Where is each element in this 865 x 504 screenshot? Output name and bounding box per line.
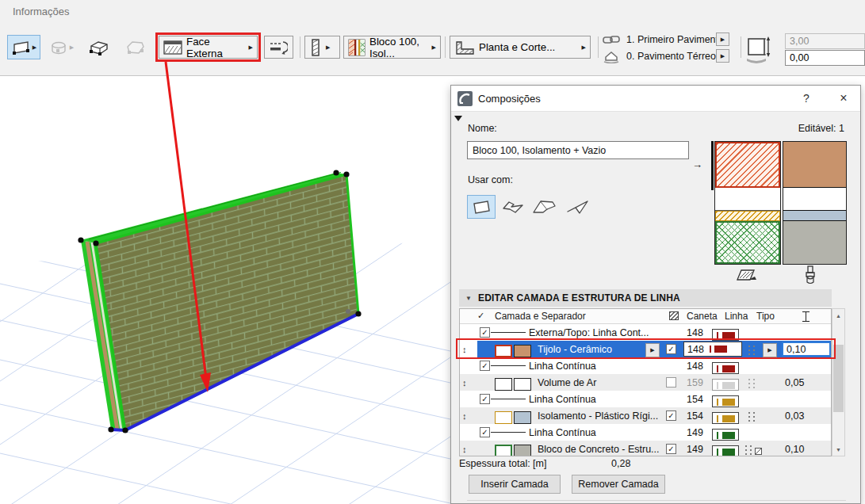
pen-number: 149 (687, 424, 703, 441)
pen-color-swatch[interactable] (712, 429, 739, 441)
surface-swatch[interactable] (514, 378, 531, 391)
table-row-separator[interactable]: ✓ Linha Contínua 154 (460, 391, 831, 407)
pen-color-swatch[interactable] (712, 395, 739, 407)
layer-header: Camada e Separador (495, 311, 586, 322)
thickness-value: 0,03 (785, 407, 804, 424)
top-link-menu-button[interactable]: ▶ (716, 32, 729, 46)
pen-color-swatch (709, 343, 729, 355)
table-row-layer-volume-ar[interactable]: ↕ Volume de Ar 159 0,05 (460, 374, 831, 391)
surface-swatch[interactable] (514, 345, 531, 357)
flyout-arrow-icon[interactable]: ▶ (33, 44, 36, 50)
layer-name: Tijolo - Cerâmico (538, 341, 612, 357)
use-with-slab-button[interactable] (499, 195, 527, 219)
geometry-trapezoid-wall-button[interactable] (82, 35, 116, 59)
wall-height-icon (745, 35, 775, 65)
dialog-titlebar[interactable]: Composições ? × (451, 86, 860, 112)
visibility-checkbox[interactable]: ✓ (480, 394, 490, 404)
table-row-layer-isolamento[interactable]: ↕ Isolamento - Plástico Rígi... ✓ 154 0,… (460, 407, 831, 424)
fill-checkbox[interactable] (666, 377, 676, 388)
drag-handle-icon[interactable]: ↕ (462, 341, 467, 357)
wall-base-field[interactable] (785, 50, 865, 66)
layer-menu-button[interactable]: ▶ (645, 343, 660, 357)
composite-button[interactable]: Bloco 100, Isol... ▶ (343, 36, 441, 59)
table-row-separator[interactable]: ✓ Linha Contínua 149 (460, 424, 831, 441)
pen-color-swatch[interactable] (712, 362, 739, 374)
pen-color-swatch[interactable] (712, 379, 739, 391)
use-with-roof-button[interactable] (529, 195, 561, 219)
drag-handle-icon[interactable]: ↕ (462, 374, 467, 391)
surface-brush-icon (803, 265, 817, 285)
scrollbar-thumb[interactable] (833, 345, 844, 412)
shell-icon (566, 199, 590, 215)
fill-checkbox[interactable]: ✓ (666, 344, 676, 354)
fill-checkbox[interactable]: ✓ (666, 410, 676, 421)
use-with-wall-button[interactable] (467, 195, 496, 219)
use-with-shell-button[interactable] (564, 195, 592, 219)
home-story-label: 0. Pavimento Térreo (626, 51, 716, 62)
scroll-down-button[interactable]: ▼ (832, 443, 844, 456)
composite-name-input[interactable] (467, 141, 689, 159)
line-preview (491, 432, 526, 433)
line-type-icon (747, 379, 756, 391)
visibility-checkbox[interactable]: ✓ (480, 327, 490, 338)
visibility-checkbox[interactable]: ✓ (480, 361, 490, 371)
line-preview (491, 365, 526, 366)
visibility-header-icon: ✓ (477, 311, 484, 321)
core-marker (711, 141, 714, 190)
pen-color-swatch[interactable] (712, 329, 739, 341)
geometry-polygon-wall-button[interactable] (119, 35, 152, 59)
surface-swatch[interactable] (514, 411, 531, 424)
flyout-arrow-icon: ▶ (70, 44, 74, 50)
fill-checkbox[interactable]: ✓ (666, 444, 676, 454)
pen-color-swatch[interactable] (712, 412, 739, 424)
cut-fill-swatch[interactable] (495, 378, 512, 391)
drag-handle-icon[interactable]: ↕ (462, 407, 467, 424)
close-button[interactable]: × (834, 91, 853, 105)
cut-fill-swatch[interactable] (495, 411, 512, 424)
thickness-field[interactable]: 0,10 (782, 342, 831, 357)
insert-layer-button[interactable]: Inserir Camada (469, 475, 561, 494)
geometry-curved-wall-button[interactable]: ▶ (44, 35, 78, 59)
table-scrollbar[interactable]: ▲ ▼ (832, 308, 845, 456)
visibility-checkbox[interactable]: ✓ (480, 427, 490, 437)
table-row-separator[interactable]: ✓ Linha Contínua 148 (460, 357, 831, 374)
preview-surface-brick (783, 142, 846, 188)
compositions-dialog: Composições ? × Nome: Editável: 1 Usar c… (450, 85, 861, 504)
type-header: Tipo (756, 311, 775, 322)
preview-fills-column[interactable] (714, 141, 781, 265)
line-type-menu-button[interactable]: ▶ (763, 343, 777, 357)
trapezoid-wall-icon (88, 39, 110, 56)
plan-section-icon (454, 40, 475, 55)
home-story-menu-button[interactable]: ▶ (716, 49, 729, 63)
table-row-layer-bloco-concreto[interactable]: ↕ Bloco de Concreto - Estru... ✓ 149 0,1… (460, 441, 831, 456)
line-type-icon (747, 346, 756, 357)
flyout-arrow-icon: ▶ (650, 347, 654, 353)
preview-surfaces-column[interactable] (783, 141, 847, 265)
preview-fill-insulation (715, 211, 780, 221)
remove-layer-button[interactable]: Remover Camada (572, 475, 665, 494)
cut-fill-swatch[interactable] (495, 345, 512, 357)
wall-icon (471, 199, 492, 215)
link-icon (603, 34, 620, 46)
surface-swatch[interactable] (514, 445, 531, 457)
flyout-arrow-icon: ▶ (432, 44, 436, 50)
layers-table: ✓ Camada e Separador Caneta Linha Tipo ✓… (459, 308, 832, 456)
cut-fill-swatch[interactable] (495, 445, 512, 457)
flip-reference-button[interactable] (264, 36, 293, 59)
pen-number: 148 (687, 357, 703, 374)
help-button[interactable]: ? (798, 92, 814, 105)
wall-structure-button[interactable]: ▶ (304, 36, 340, 59)
edit-layers-section-header[interactable]: ▼ EDITAR CAMADA E ESTRUTURA DE LINHA (459, 289, 832, 307)
name-label: Nome: (468, 123, 497, 134)
pen-field[interactable]: 148 (683, 342, 742, 357)
scroll-up-button[interactable]: ▲ (832, 309, 844, 322)
pen-color-swatch[interactable] (712, 445, 739, 456)
pen-number: 154 (687, 391, 703, 407)
selected-wall[interactable] (78, 170, 361, 433)
geometry-straight-wall-button[interactable]: ▶ (7, 35, 40, 59)
plan-display-button[interactable]: Planta e Corte... ▶ (450, 36, 591, 59)
toolbar-separator (598, 36, 599, 58)
table-row-separator[interactable]: ✓ Externa/Topo: Linha Cont... 148 (460, 324, 831, 341)
drag-handle-icon[interactable]: ↕ (462, 441, 467, 456)
slab-icon (502, 199, 524, 215)
